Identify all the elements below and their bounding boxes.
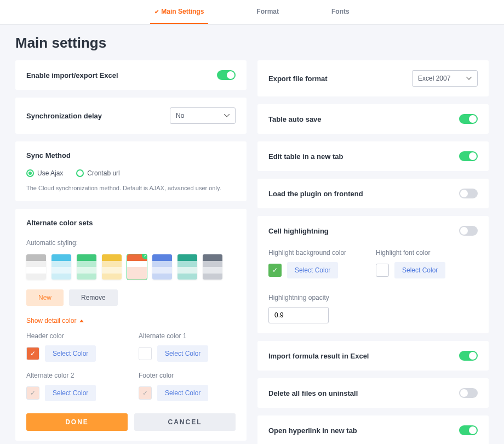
check-icon: ✔ (154, 9, 159, 15)
label-export-format: Export file format (268, 75, 328, 83)
select-color-button[interactable]: Select Color (157, 385, 208, 401)
input-highlight-opacity[interactable] (268, 307, 329, 323)
card-auto-save: Table auto save (257, 104, 489, 134)
picker-footer: Footer color Select Color (139, 372, 236, 401)
page-title: Main settings (15, 35, 489, 52)
palette-option[interactable] (102, 254, 122, 280)
swatch-highlight-bg[interactable]: ✓ (268, 264, 282, 277)
toggle-load-frontend[interactable] (459, 189, 478, 198)
sync-method-note: The Cloud synchronization method. Defaul… (26, 185, 236, 191)
toggle-edit-new-tab[interactable] (459, 151, 478, 161)
toggle-highlighting[interactable] (459, 226, 478, 236)
radio-label: Crontab url (87, 169, 119, 177)
check-icon: ✓ (272, 266, 278, 274)
palette-list: ✓ (26, 254, 236, 280)
palette-option[interactable] (152, 254, 172, 280)
radio-crontab[interactable]: Crontab url (76, 169, 119, 177)
label-alt-colors: Alternate color sets (26, 219, 236, 227)
swatch-alt1[interactable] (139, 347, 152, 360)
card-load-frontend: Load the plugin on frontend (257, 179, 489, 208)
card-cell-highlighting: Cell highlightning Highlight background … (257, 216, 489, 333)
remove-palette-button[interactable]: Remove (69, 289, 118, 306)
show-detail-color-link[interactable]: Show detail color (26, 317, 236, 325)
card-open-hyperlink: Open hyperlink in new tab (257, 415, 489, 444)
picker-alt1: Alternate color 1 Select Color (139, 332, 236, 362)
card-export-format: Export file format Excel 2007 (257, 60, 489, 96)
card-enable-excel: Enable import/export Excel (15, 60, 247, 90)
card-sync-method: Sync Method Use Ajax Crontab url The Clo… (15, 141, 247, 201)
palette-option[interactable] (26, 254, 46, 280)
link-text: Show detail color (26, 317, 76, 325)
card-import-formula: Import formula result in Excel (257, 341, 489, 371)
radio-dot-icon (76, 169, 84, 177)
radio-label: Use Ajax (37, 169, 63, 177)
palette-option[interactable]: ✓ (127, 254, 147, 280)
done-button[interactable]: DONE (26, 413, 128, 431)
tab-label: Main Settings (161, 8, 204, 15)
label-enable-excel: Enable import/export Excel (26, 71, 118, 79)
select-color-button[interactable]: Select Color (394, 262, 445, 278)
palette-option[interactable] (51, 254, 71, 280)
select-color-button[interactable]: Select Color (45, 345, 96, 362)
swatch-footer[interactable] (139, 386, 152, 400)
top-tabs: ✔Main Settings Format Fonts (0, 0, 504, 25)
tab-main-settings[interactable]: ✔Main Settings (150, 0, 208, 24)
label-sync-delay: Synchronization delay (26, 112, 102, 120)
card-sync-delay: Synchronization delay No (15, 98, 247, 134)
select-color-button[interactable]: Select Color (157, 345, 208, 362)
swatch-highlight-font[interactable] (376, 264, 389, 277)
swatch-alt2[interactable] (26, 386, 39, 400)
new-palette-button[interactable]: New (26, 289, 64, 306)
card-edit-new-tab: Edit table in a new tab (257, 141, 489, 171)
label-auto-styling: Automatic styling: (26, 239, 236, 247)
picker-header-color: Header color Select Color (26, 332, 123, 362)
label-sync-method: Sync Method (26, 151, 236, 160)
radio-use-ajax[interactable]: Use Ajax (26, 169, 63, 177)
tab-format[interactable]: Format (252, 0, 283, 24)
toggle-auto-save[interactable] (459, 114, 478, 124)
select-color-button[interactable]: Select Color (287, 262, 338, 278)
toggle-import-formula[interactable] (459, 351, 478, 361)
swatch-header[interactable] (26, 347, 39, 360)
toggle-open-hyperlink[interactable] (459, 425, 478, 435)
palette-option[interactable] (177, 254, 197, 280)
picker-alt2: Alternate color 2 Select Color (26, 372, 123, 401)
card-alternate-colors: Alternate color sets Automatic styling: … (15, 209, 247, 441)
tab-fonts[interactable]: Fonts (327, 0, 354, 24)
palette-option[interactable] (77, 254, 96, 280)
select-sync-delay[interactable]: No (170, 107, 236, 124)
select-export-format[interactable]: Excel 2007 (412, 70, 478, 87)
select-color-button[interactable]: Select Color (45, 385, 96, 401)
chevron-up-icon (79, 320, 84, 322)
radio-dot-icon (26, 169, 34, 177)
cancel-button[interactable]: CANCEL (134, 413, 236, 431)
toggle-delete-uninstall[interactable] (459, 388, 478, 398)
toggle-enable-excel[interactable] (217, 70, 236, 80)
palette-option[interactable] (203, 254, 222, 280)
card-delete-uninstall: Delete all files on uninstall (257, 378, 489, 408)
